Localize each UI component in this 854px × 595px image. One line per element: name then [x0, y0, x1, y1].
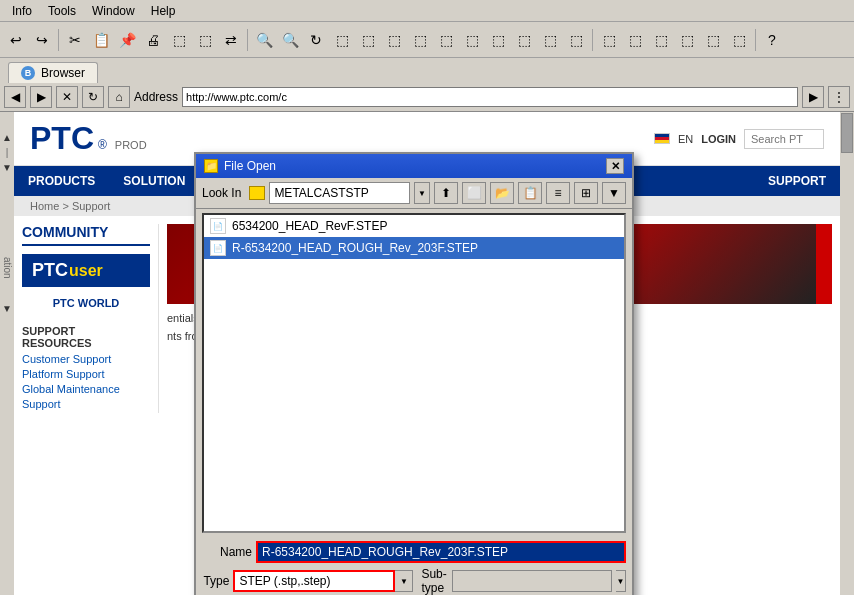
sidebar-label: ation	[2, 257, 13, 279]
file-open-dialog: 📁 File Open ✕ Look In METALCASTSTP ▼ ⬆ ⬜…	[194, 152, 634, 595]
toolbar-paste[interactable]: 📌	[115, 28, 139, 52]
name-input[interactable]	[256, 541, 626, 563]
sidebar-arrow-down[interactable]: ▼	[2, 162, 12, 173]
toolbar-list-view[interactable]: ≡	[546, 182, 570, 204]
scroll-thumb[interactable]	[841, 113, 853, 153]
toolbar-sep-1	[58, 29, 59, 51]
toolbar-folder-open[interactable]: 📂	[490, 182, 514, 204]
file-name-1: R-6534200_HEAD_ROUGH_Rev_203F.STEP	[232, 241, 478, 255]
menu-window[interactable]: Window	[84, 2, 143, 20]
left-sidebar: ▲ | ▼ ation ▼	[0, 112, 14, 595]
subtype-label: Sub-type	[421, 567, 447, 595]
toolbar-cut[interactable]: ✂	[63, 28, 87, 52]
dialog-title: 📁 File Open	[204, 159, 276, 173]
toolbar-sep-3	[592, 29, 593, 51]
toolbar-copy[interactable]: 📋	[89, 28, 113, 52]
menu-bar: Info Tools Window Help	[0, 0, 854, 22]
sidebar-arrow-up[interactable]: ▲	[2, 132, 12, 143]
sidebar-text: |	[6, 147, 9, 158]
file-name-0: 6534200_HEAD_RevF.STEP	[232, 219, 387, 233]
dialog-titlebar[interactable]: 📁 File Open ✕	[196, 154, 632, 178]
toolbar-b13[interactable]: ⬚	[564, 28, 588, 52]
menu-tools[interactable]: Tools	[40, 2, 84, 20]
web-content: PTC ® PROD EN LOGIN PRODUCTS SOLUTION SU…	[14, 112, 840, 595]
toolbar-b17[interactable]: ⬚	[675, 28, 699, 52]
address-input[interactable]	[182, 87, 798, 107]
file-list[interactable]: 📄 6534200_HEAD_RevF.STEP 📄 R-6534200_HEA…	[202, 213, 626, 533]
toolbar-b1[interactable]: ⬚	[167, 28, 191, 52]
browser-tab-icon: B	[21, 66, 35, 80]
menu-help[interactable]: Help	[143, 2, 184, 20]
address-bar: ◀ ▶ ✕ ↻ ⌂ Address ▶ ⋮	[0, 83, 854, 112]
toolbar-b16[interactable]: ⬚	[649, 28, 673, 52]
dialog-bottom: Name Type ▼ Sub-type ▼	[196, 537, 632, 595]
toolbar-sep-4	[755, 29, 756, 51]
dialog-title-icon: 📁	[204, 159, 218, 173]
toolbar-zoom-out[interactable]: 🔍	[252, 28, 276, 52]
subtype-dropdown-btn[interactable]: ▼	[616, 570, 626, 592]
toolbar-b4[interactable]: ⬚	[330, 28, 354, 52]
toolbar-b11[interactable]: ⬚	[512, 28, 536, 52]
toolbar-rotate-cw[interactable]: ↻	[304, 28, 328, 52]
dialog-overlay: 📁 File Open ✕ Look In METALCASTSTP ▼ ⬆ ⬜…	[14, 112, 840, 595]
toolbar-new-folder[interactable]: ⬜	[462, 182, 486, 204]
tab-bar: B Browser	[0, 58, 854, 83]
look-in-dropdown[interactable]: ▼	[414, 182, 430, 204]
toolbar-b5[interactable]: ⬚	[356, 28, 380, 52]
toolbar-up-folder[interactable]: ⬆	[434, 182, 458, 204]
nav-go[interactable]: ▶	[802, 86, 824, 108]
toolbar-b12[interactable]: ⬚	[538, 28, 562, 52]
toolbar-zoom-in[interactable]: 🔍	[278, 28, 302, 52]
toolbar-b14[interactable]: ⬚	[597, 28, 621, 52]
toolbar-b2[interactable]: ⬚	[193, 28, 217, 52]
browser-tab-label: Browser	[41, 66, 85, 80]
file-item-1[interactable]: 📄 R-6534200_HEAD_ROUGH_Rev_203F.STEP	[204, 237, 624, 259]
dialog-title-text: File Open	[224, 159, 276, 173]
type-label: Type	[202, 574, 229, 588]
toolbar-details-view[interactable]: ⊞	[574, 182, 598, 204]
look-in-value: METALCASTSTP	[274, 186, 368, 200]
toolbar-b6[interactable]: ⬚	[382, 28, 406, 52]
toolbar-b8[interactable]: ⬚	[434, 28, 458, 52]
sidebar-arrow-down2[interactable]: ▼	[2, 303, 12, 314]
type-select-container: ▼	[233, 570, 413, 592]
toolbar-folder-options[interactable]: ▼	[602, 182, 626, 204]
nav-home[interactable]: ⌂	[108, 86, 130, 108]
main-content: ▲ | ▼ ation ▼ PTC ® PROD EN LOGIN PRODUC…	[0, 112, 854, 595]
toolbar-b18[interactable]: ⬚	[701, 28, 725, 52]
look-in-select[interactable]: METALCASTSTP	[269, 182, 410, 204]
toolbar-undo[interactable]: ↩	[4, 28, 28, 52]
right-scrollbar	[840, 112, 854, 595]
toolbar-b15[interactable]: ⬚	[623, 28, 647, 52]
nav-stop[interactable]: ✕	[56, 86, 78, 108]
toolbar-b19[interactable]: ⬚	[727, 28, 751, 52]
toolbar-redo[interactable]: ↪	[30, 28, 54, 52]
nav-forward[interactable]: ▶	[30, 86, 52, 108]
name-label: Name	[202, 545, 252, 559]
menu-info[interactable]: Info	[4, 2, 40, 20]
type-row: Type ▼ Sub-type ▼	[202, 567, 626, 595]
type-dropdown-btn[interactable]: ▼	[395, 570, 413, 592]
browser-tab[interactable]: B Browser	[8, 62, 98, 83]
look-in-label: Look In	[202, 186, 241, 200]
look-in-folder-icon	[249, 186, 265, 200]
nav-star[interactable]: ⋮	[828, 86, 850, 108]
toolbar-b3[interactable]: ⇄	[219, 28, 243, 52]
file-icon-1: 📄	[210, 240, 226, 256]
toolbar-help[interactable]: ?	[760, 28, 784, 52]
type-input[interactable]	[233, 570, 395, 592]
dialog-toolbar: Look In METALCASTSTP ▼ ⬆ ⬜ 📂 📋 ≡ ⊞ ▼	[196, 178, 632, 209]
nav-back[interactable]: ◀	[4, 86, 26, 108]
toolbar-b7[interactable]: ⬚	[408, 28, 432, 52]
toolbar-print[interactable]: 🖨	[141, 28, 165, 52]
toolbar-folder-view[interactable]: 📋	[518, 182, 542, 204]
toolbar-sep-2	[247, 29, 248, 51]
nav-refresh[interactable]: ↻	[82, 86, 104, 108]
toolbar-b10[interactable]: ⬚	[486, 28, 510, 52]
main-toolbar: ↩ ↪ ✂ 📋 📌 🖨 ⬚ ⬚ ⇄ 🔍 🔍 ↻ ⬚ ⬚ ⬚ ⬚ ⬚ ⬚ ⬚ ⬚ …	[0, 22, 854, 58]
dialog-close-button[interactable]: ✕	[606, 158, 624, 174]
file-item-0[interactable]: 📄 6534200_HEAD_RevF.STEP	[204, 215, 624, 237]
subtype-input[interactable]	[452, 570, 612, 592]
toolbar-b9[interactable]: ⬚	[460, 28, 484, 52]
file-icon-0: 📄	[210, 218, 226, 234]
